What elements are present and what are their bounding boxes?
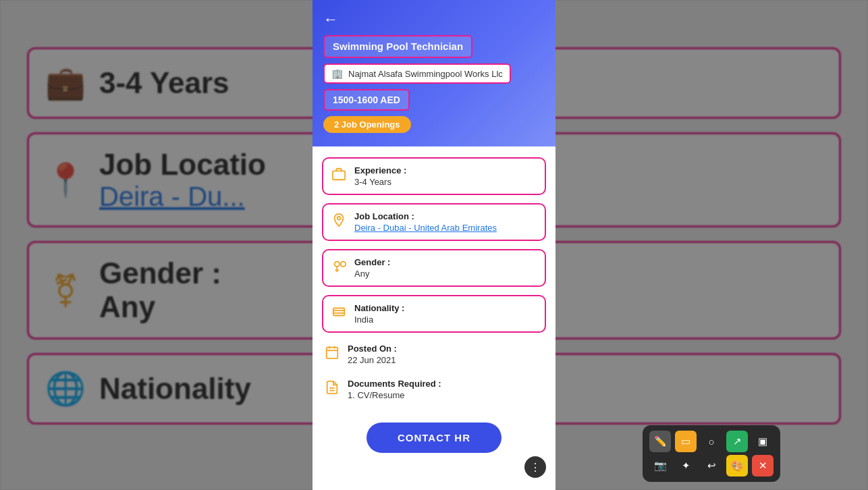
nationality-label: Nationality : [354,303,404,313]
tool-camera[interactable]: 📷 [649,455,671,477]
documents-row: Documents Required : 1. CV/Resume [322,376,546,403]
location-icon [331,213,348,231]
experience-content: Experience : 3-4 Years [354,165,406,187]
location-card: Job Location : Deira - Dubai - United Ar… [322,203,546,241]
tool-close[interactable]: ✕ [752,455,774,477]
posted-on-icon [325,345,341,363]
contact-hr-button[interactable]: CONTACT HR [367,423,501,453]
posted-on-label: Posted On : [348,344,397,354]
toolbar: ✏️ ▭ ○ ↗ ▣ 📷 ✦ ↩ 🎨 ✕ [643,425,780,482]
documents-label: Documents Required : [348,379,441,389]
contact-btn-wrap: CONTACT HR [367,423,501,453]
modal: ← Swimming Pool Technician 🏢 Najmat Alsa… [313,0,555,490]
svg-point-2 [335,262,340,267]
openings-button[interactable]: 2 Job Openings [323,116,411,133]
experience-value: 3-4 Years [354,177,406,187]
tool-rect[interactable]: ▭ [675,431,697,452]
experience-label: Experience : [354,165,406,175]
tool-arrow[interactable]: ↗ [726,431,748,452]
tool-eraser[interactable]: ✦ [675,455,697,477]
more-button[interactable]: ⋮ [524,456,546,478]
documents-icon [325,380,341,398]
svg-point-1 [337,217,341,220]
company-icon: 🏢 [331,68,343,79]
gender-icon [331,258,348,277]
gender-content: Gender : Any [354,257,390,279]
svg-rect-0 [333,171,345,180]
tool-circle[interactable]: ○ [701,431,722,452]
company-box: 🏢 Najmat Alsafa Swimmingpool Works Llc [323,63,511,84]
svg-rect-8 [327,348,338,359]
svg-rect-5 [333,308,345,316]
posted-on-row: Posted On : 22 Jun 2021 [322,341,546,368]
gender-value: Any [354,269,390,279]
tool-select[interactable]: ▣ [752,431,774,452]
job-title: Swimming Pool Technician [333,40,463,52]
nationality-value: India [354,315,404,325]
tool-color[interactable]: 🎨 [726,455,748,477]
toolbar-row-2: 📷 ✦ ↩ 🎨 ✕ [649,455,774,477]
experience-icon [331,167,348,185]
tool-pen[interactable]: ✏️ [649,431,671,452]
nationality-icon [331,304,348,323]
posted-on-value: 22 Jun 2021 [348,355,397,365]
nationality-card: Nationality : India [322,295,546,333]
nationality-content: Nationality : India [354,303,404,325]
experience-card: Experience : 3-4 Years [322,157,546,195]
modal-header: ← Swimming Pool Technician 🏢 Najmat Alsa… [313,0,555,146]
gender-label: Gender : [354,257,390,267]
salary: 1500-1600 AED [333,94,400,105]
location-value[interactable]: Deira - Dubai - United Arab Emirates [354,223,497,233]
job-title-box: Swimming Pool Technician [323,35,472,58]
company-name: Najmat Alsafa Swimmingpool Works Llc [348,69,503,79]
posted-on-content: Posted On : 22 Jun 2021 [348,344,397,365]
gender-card: Gender : Any [322,249,546,287]
overlay: ← Swimming Pool Technician 🏢 Najmat Alsa… [0,0,868,490]
documents-value: 1. CV/Resume [348,390,441,400]
salary-box: 1500-1600 AED [323,89,410,111]
back-button[interactable]: ← [323,11,338,28]
tool-undo[interactable]: ↩ [701,455,722,477]
location-content: Job Location : Deira - Dubai - United Ar… [354,211,497,233]
toolbar-row-1: ✏️ ▭ ○ ↗ ▣ [649,431,774,452]
location-label: Job Location : [354,211,497,221]
documents-content: Documents Required : 1. CV/Resume [348,379,441,400]
